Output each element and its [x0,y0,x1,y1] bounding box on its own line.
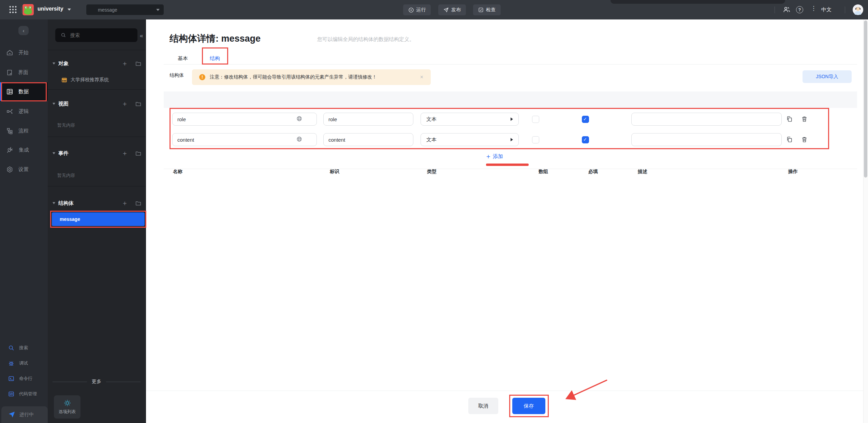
required-checkbox[interactable] [582,136,589,143]
divider [48,186,146,186]
add-icon[interactable]: ＋ [121,59,128,68]
cancel-button[interactable]: 取消 [468,398,498,414]
language-switch[interactable]: 中文 [821,6,832,13]
topbar: university message 运行 发布 检查 ? ⋮ 中文 [0,0,868,19]
desc-input[interactable] [631,133,782,146]
kebab-menu-icon[interactable]: ⋮ [811,5,816,12]
section-events[interactable]: 事件 ＋ [53,149,141,158]
object-table-icon [61,77,67,83]
project-selector[interactable]: message [86,4,164,15]
chevron-down-icon [156,9,160,11]
sidebar-item-label: 界面 [18,69,28,76]
section-structs[interactable]: 结构体 ＋ [53,198,141,208]
name-input[interactable] [172,133,317,146]
required-checkbox[interactable] [582,116,589,123]
col-header-type: 类型 [427,169,437,175]
type-select[interactable]: 文本 [421,113,519,126]
section-title: 视图 [58,101,121,107]
copy-icon[interactable] [786,136,793,143]
tree-item-object[interactable]: 大学择校推荐系统 [61,77,109,83]
paper-plane-icon [8,411,15,418]
caret-down-icon [53,62,55,65]
table-row: 文本 [170,109,829,129]
desc-input[interactable] [631,113,782,126]
option-list-card[interactable]: 选项列表 [54,395,80,419]
sidebar-item-logic[interactable]: 逻辑 [0,102,48,121]
apps-grid-icon[interactable] [8,5,18,14]
folder-icon[interactable] [135,101,141,107]
col-header-name: 名称 [173,169,182,175]
run-button[interactable]: 运行 [403,4,431,15]
sidebar-tool-debug[interactable]: 调试 [0,356,48,370]
add-icon[interactable]: ＋ [121,99,128,108]
app-logo[interactable] [23,4,34,15]
tree-item-message-selected[interactable]: message [52,212,145,226]
page-subtitle: 您可以编辑全局的结构体的数据结构定义。 [317,36,414,43]
section-title: 结构体 [58,200,121,207]
save-button[interactable]: 保存 [512,398,545,414]
search-icon [8,345,14,351]
section-views[interactable]: 视图 ＋ [53,99,141,109]
add-icon[interactable]: ＋ [121,149,128,158]
folder-icon[interactable] [135,151,141,156]
app-name[interactable]: university [38,6,63,12]
globe-icon[interactable] [296,116,302,122]
sidebar-item-interface[interactable]: 界面 [0,63,48,82]
sidebar-item-integration[interactable]: 集成 [0,141,48,159]
tab-structure[interactable]: 结构 [204,53,226,64]
sidebar-item-data[interactable]: 数据 [0,82,48,101]
add-row-label: 添加 [493,153,503,160]
warning-notice: ! 注意：修改结构体，很可能会导致引用该结构体的元素产生异常，请谨慎修改！ × [192,69,431,85]
sidebar-item-label: 流程 [18,128,29,134]
empty-text: 暂无内容 [57,122,75,128]
sidebar-item-start[interactable]: 开始 [0,43,48,62]
sidebar-tool-code[interactable]: 代码管理 [0,387,48,401]
status-running-label: 进行中 [19,412,34,418]
caret-down-icon [53,202,55,204]
plug-icon [6,146,14,154]
folder-icon[interactable] [135,201,141,206]
caret-down-icon [53,103,55,105]
sidebar-item-label: 逻辑 [18,108,29,115]
scrollbar-thumb[interactable] [864,20,867,178]
sidebar-item-settings[interactable]: 设置 [0,160,48,179]
name-input[interactable] [172,113,317,126]
users-icon[interactable] [782,6,791,14]
close-icon[interactable]: × [420,74,423,80]
divider [48,137,146,137]
add-row-button[interactable]: ＋ 添加 [485,152,503,161]
send-icon [443,7,449,13]
globe-icon[interactable] [296,136,302,142]
tab-basic[interactable]: 基本 [176,53,190,64]
id-input[interactable] [323,133,413,146]
check-button[interactable]: 检查 [473,4,501,15]
sidebar-item-flow[interactable]: 流程 [0,122,48,140]
more-divider[interactable]: 更多 [53,379,141,385]
publish-button[interactable]: 发布 [438,4,466,15]
trash-icon[interactable] [801,116,808,122]
array-checkbox[interactable] [532,136,539,143]
folder-icon[interactable] [135,61,141,66]
app-caret-icon[interactable] [68,9,71,11]
sidebar-tool-search[interactable]: 搜索 [0,341,48,355]
trash-icon[interactable] [801,136,808,143]
caret-right-icon [511,117,513,121]
add-icon[interactable]: ＋ [121,199,128,208]
status-running[interactable]: 进行中 [1,406,48,423]
search-input[interactable] [70,32,126,38]
help-icon[interactable]: ? [796,6,803,13]
array-checkbox[interactable] [532,116,539,123]
sidebar-collapse-button[interactable]: ‹ [18,26,29,35]
sidebar-tool-terminal[interactable]: 命令行 [0,372,48,385]
type-select[interactable]: 文本 [421,133,519,146]
settings-icon [6,166,13,173]
panel-search[interactable] [55,28,137,42]
json-import-button[interactable]: JSON导入 [803,70,852,83]
divider [775,6,775,13]
id-input[interactable] [323,113,413,126]
section-objects[interactable]: 对象 ＋ [53,59,141,68]
panel-collapse-icon[interactable]: « [140,32,143,39]
section-title: 对象 [58,60,121,67]
avatar[interactable] [853,4,863,15]
copy-icon[interactable] [786,116,793,122]
